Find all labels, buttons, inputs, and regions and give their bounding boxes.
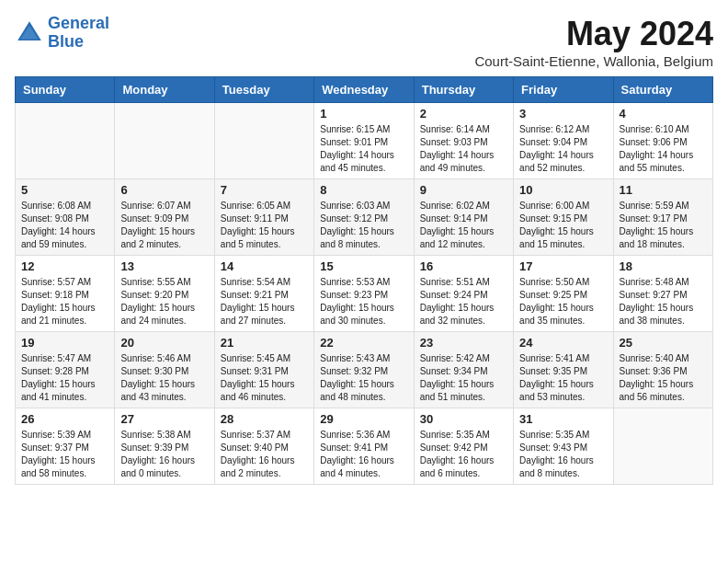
day-number: 4 bbox=[620, 107, 707, 121]
weekday-header-monday: Monday bbox=[115, 77, 214, 103]
day-cell-26: 26Sunrise: 5:39 AMSunset: 9:37 PMDayligh… bbox=[16, 408, 115, 485]
day-info: Sunrise: 5:36 AMSunset: 9:41 PMDaylight:… bbox=[320, 429, 407, 480]
empty-cell bbox=[613, 408, 712, 485]
day-info: Sunrise: 5:51 AMSunset: 9:24 PMDaylight:… bbox=[420, 276, 507, 327]
day-cell-14: 14Sunrise: 5:54 AMSunset: 9:21 PMDayligh… bbox=[214, 256, 313, 332]
title-block: May 2024 Court-Saint-Etienne, Wallonia, … bbox=[474, 15, 713, 69]
day-number: 7 bbox=[221, 183, 308, 197]
logo-blue: Blue bbox=[48, 32, 84, 51]
day-info: Sunrise: 5:41 AMSunset: 9:35 PMDaylight:… bbox=[519, 352, 607, 404]
day-info: Sunrise: 5:40 AMSunset: 9:36 PMDaylight:… bbox=[620, 352, 707, 404]
day-number: 6 bbox=[120, 183, 208, 197]
day-cell-6: 6Sunrise: 6:07 AMSunset: 9:09 PMDaylight… bbox=[115, 179, 214, 256]
day-info: Sunrise: 5:57 AMSunset: 9:18 PMDaylight:… bbox=[21, 276, 108, 327]
day-number: 14 bbox=[221, 259, 308, 273]
logo: General Blue bbox=[15, 15, 109, 52]
day-info: Sunrise: 5:55 AMSunset: 9:20 PMDaylight:… bbox=[120, 276, 208, 327]
day-info: Sunrise: 5:59 AMSunset: 9:17 PMDaylight:… bbox=[620, 200, 707, 251]
week-row-5: 26Sunrise: 5:39 AMSunset: 9:37 PMDayligh… bbox=[16, 408, 713, 485]
day-info: Sunrise: 6:14 AMSunset: 9:03 PMDaylight:… bbox=[420, 123, 507, 175]
weekday-header-saturday: Saturday bbox=[613, 77, 712, 103]
page-header: General Blue May 2024 Court-Saint-Etienn… bbox=[15, 15, 713, 69]
day-number: 12 bbox=[21, 259, 108, 273]
day-info: Sunrise: 5:39 AMSunset: 9:37 PMDaylight:… bbox=[21, 429, 108, 480]
empty-cell bbox=[214, 103, 313, 179]
day-info: Sunrise: 5:43 AMSunset: 9:32 PMDaylight:… bbox=[320, 352, 407, 404]
day-info: Sunrise: 5:42 AMSunset: 9:34 PMDaylight:… bbox=[420, 352, 507, 404]
day-cell-12: 12Sunrise: 5:57 AMSunset: 9:18 PMDayligh… bbox=[16, 256, 115, 332]
logo-icon bbox=[15, 18, 44, 48]
weekday-header-friday: Friday bbox=[514, 77, 613, 103]
day-info: Sunrise: 6:12 AMSunset: 9:04 PMDaylight:… bbox=[519, 123, 607, 175]
day-cell-31: 31Sunrise: 5:35 AMSunset: 9:43 PMDayligh… bbox=[514, 408, 613, 485]
empty-cell bbox=[16, 103, 115, 179]
day-cell-9: 9Sunrise: 6:02 AMSunset: 9:14 PMDaylight… bbox=[414, 179, 513, 256]
day-info: Sunrise: 5:48 AMSunset: 9:27 PMDaylight:… bbox=[620, 276, 707, 327]
day-number: 28 bbox=[221, 412, 308, 426]
day-info: Sunrise: 5:38 AMSunset: 9:39 PMDaylight:… bbox=[120, 429, 208, 480]
day-info: Sunrise: 6:10 AMSunset: 9:06 PMDaylight:… bbox=[620, 123, 707, 175]
day-number: 27 bbox=[120, 412, 208, 426]
day-number: 13 bbox=[120, 259, 208, 273]
day-info: Sunrise: 6:08 AMSunset: 9:08 PMDaylight:… bbox=[21, 200, 108, 251]
day-cell-3: 3Sunrise: 6:12 AMSunset: 9:04 PMDaylight… bbox=[514, 103, 613, 179]
empty-cell bbox=[115, 103, 214, 179]
day-number: 15 bbox=[320, 259, 407, 273]
day-number: 26 bbox=[21, 412, 108, 426]
day-info: Sunrise: 5:37 AMSunset: 9:40 PMDaylight:… bbox=[221, 429, 308, 480]
day-number: 17 bbox=[519, 259, 607, 273]
day-info: Sunrise: 5:35 AMSunset: 9:43 PMDaylight:… bbox=[519, 429, 607, 480]
weekday-header-row: SundayMondayTuesdayWednesdayThursdayFrid… bbox=[16, 77, 713, 103]
day-cell-21: 21Sunrise: 5:45 AMSunset: 9:31 PMDayligh… bbox=[214, 332, 313, 408]
day-number: 24 bbox=[519, 336, 607, 350]
day-number: 11 bbox=[620, 183, 707, 197]
day-info: Sunrise: 6:02 AMSunset: 9:14 PMDaylight:… bbox=[420, 200, 507, 251]
day-info: Sunrise: 5:53 AMSunset: 9:23 PMDaylight:… bbox=[320, 276, 407, 327]
week-row-2: 5Sunrise: 6:08 AMSunset: 9:08 PMDaylight… bbox=[16, 179, 713, 256]
day-info: Sunrise: 6:05 AMSunset: 9:11 PMDaylight:… bbox=[221, 200, 308, 251]
day-number: 1 bbox=[320, 107, 407, 121]
day-cell-19: 19Sunrise: 5:47 AMSunset: 9:28 PMDayligh… bbox=[16, 332, 115, 408]
day-number: 10 bbox=[519, 183, 607, 197]
day-info: Sunrise: 6:07 AMSunset: 9:09 PMDaylight:… bbox=[120, 200, 208, 251]
day-info: Sunrise: 5:35 AMSunset: 9:42 PMDaylight:… bbox=[420, 429, 507, 480]
day-cell-15: 15Sunrise: 5:53 AMSunset: 9:23 PMDayligh… bbox=[314, 256, 414, 332]
day-cell-11: 11Sunrise: 5:59 AMSunset: 9:17 PMDayligh… bbox=[613, 179, 712, 256]
day-info: Sunrise: 5:50 AMSunset: 9:25 PMDaylight:… bbox=[519, 276, 607, 327]
weekday-header-thursday: Thursday bbox=[414, 77, 513, 103]
day-number: 8 bbox=[320, 183, 407, 197]
week-row-3: 12Sunrise: 5:57 AMSunset: 9:18 PMDayligh… bbox=[16, 256, 713, 332]
day-cell-16: 16Sunrise: 5:51 AMSunset: 9:24 PMDayligh… bbox=[414, 256, 513, 332]
day-number: 20 bbox=[120, 336, 208, 350]
day-number: 31 bbox=[519, 412, 607, 426]
day-number: 25 bbox=[620, 336, 707, 350]
day-cell-20: 20Sunrise: 5:46 AMSunset: 9:30 PMDayligh… bbox=[115, 332, 214, 408]
day-info: Sunrise: 5:46 AMSunset: 9:30 PMDaylight:… bbox=[120, 352, 208, 404]
day-number: 29 bbox=[320, 412, 407, 426]
day-number: 23 bbox=[420, 336, 507, 350]
day-info: Sunrise: 6:00 AMSunset: 9:15 PMDaylight:… bbox=[519, 200, 607, 251]
week-row-4: 19Sunrise: 5:47 AMSunset: 9:28 PMDayligh… bbox=[16, 332, 713, 408]
day-number: 9 bbox=[420, 183, 507, 197]
day-cell-18: 18Sunrise: 5:48 AMSunset: 9:27 PMDayligh… bbox=[613, 256, 712, 332]
day-cell-29: 29Sunrise: 5:36 AMSunset: 9:41 PMDayligh… bbox=[314, 408, 414, 485]
day-info: Sunrise: 6:03 AMSunset: 9:12 PMDaylight:… bbox=[320, 200, 407, 251]
calendar-table: SundayMondayTuesdayWednesdayThursdayFrid… bbox=[15, 76, 713, 485]
day-cell-10: 10Sunrise: 6:00 AMSunset: 9:15 PMDayligh… bbox=[514, 179, 613, 256]
week-row-1: 1Sunrise: 6:15 AMSunset: 9:01 PMDaylight… bbox=[16, 103, 713, 179]
day-number: 3 bbox=[519, 107, 607, 121]
day-cell-13: 13Sunrise: 5:55 AMSunset: 9:20 PMDayligh… bbox=[115, 256, 214, 332]
day-cell-27: 27Sunrise: 5:38 AMSunset: 9:39 PMDayligh… bbox=[115, 408, 214, 485]
day-cell-30: 30Sunrise: 5:35 AMSunset: 9:42 PMDayligh… bbox=[414, 408, 513, 485]
day-number: 2 bbox=[420, 107, 507, 121]
day-info: Sunrise: 5:47 AMSunset: 9:28 PMDaylight:… bbox=[21, 352, 108, 404]
day-number: 16 bbox=[420, 259, 507, 273]
day-cell-17: 17Sunrise: 5:50 AMSunset: 9:25 PMDayligh… bbox=[514, 256, 613, 332]
day-number: 5 bbox=[21, 183, 108, 197]
location-title: Court-Saint-Etienne, Wallonia, Belgium bbox=[474, 53, 713, 69]
day-cell-7: 7Sunrise: 6:05 AMSunset: 9:11 PMDaylight… bbox=[214, 179, 313, 256]
day-number: 19 bbox=[21, 336, 108, 350]
weekday-header-sunday: Sunday bbox=[16, 77, 115, 103]
weekday-header-wednesday: Wednesday bbox=[314, 77, 414, 103]
day-info: Sunrise: 6:15 AMSunset: 9:01 PMDaylight:… bbox=[320, 123, 407, 175]
